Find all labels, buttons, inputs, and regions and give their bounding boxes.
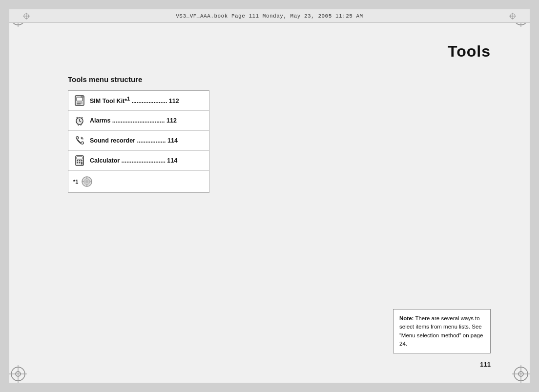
header-bar: VS3_VF_AAA.book Page 111 Monday, May 23,… — [9, 9, 530, 23]
svg-rect-39 — [77, 162, 78, 164]
header-file-info: VS3_VF_AAA.book Page 111 Monday, May 23,… — [34, 13, 505, 19]
sim-tool-kit-label: SIM Tool Kit*1 ..................... 112 — [90, 96, 204, 104]
menu-row-calculator: Calculator .......................... 11… — [68, 151, 209, 171]
svg-rect-26 — [81, 96, 83, 98]
note-box: Note: There are several ways to select i… — [393, 309, 491, 353]
svg-rect-37 — [79, 160, 81, 162]
footnote-marker: *1 — [73, 179, 78, 185]
sim-tool-kit-icon — [73, 94, 86, 107]
svg-point-44 — [85, 180, 88, 183]
svg-rect-38 — [81, 160, 83, 162]
section-heading: Tools menu structure — [68, 75, 491, 83]
menu-row-sim-tool-kit: SIM Tool Kit*1 ..................... 112 — [68, 91, 209, 111]
sim-dependent-icon — [80, 175, 94, 188]
footnote-row: *1 — [68, 171, 209, 192]
sound-recorder-label: Sound recorder ................. 114 — [90, 137, 204, 144]
calculator-label: Calculator .......................... 11… — [90, 157, 204, 164]
sound-recorder-icon — [73, 134, 86, 147]
page-title: Tools — [68, 42, 491, 61]
main-content: Tools Tools menu structure SIM Tool Kit*… — [9, 23, 530, 383]
svg-rect-40 — [79, 162, 81, 164]
alarms-icon — [73, 114, 86, 127]
calculator-icon — [73, 154, 86, 167]
svg-rect-36 — [77, 160, 78, 162]
svg-rect-41 — [81, 162, 83, 165]
alarms-label: Alarms ............................... 1… — [90, 117, 204, 124]
note-label: Note: — [399, 315, 414, 321]
menu-structure-table: SIM Tool Kit*1 ..................... 112 — [68, 90, 209, 193]
page-number: 111 — [480, 361, 491, 368]
svg-rect-35 — [77, 157, 83, 159]
menu-row-alarms: Alarms ............................... 1… — [68, 111, 209, 131]
page: VS3_VF_AAA.book Page 111 Monday, May 23,… — [9, 9, 530, 383]
menu-row-sound-recorder: Sound recorder ................. 114 — [68, 131, 209, 151]
